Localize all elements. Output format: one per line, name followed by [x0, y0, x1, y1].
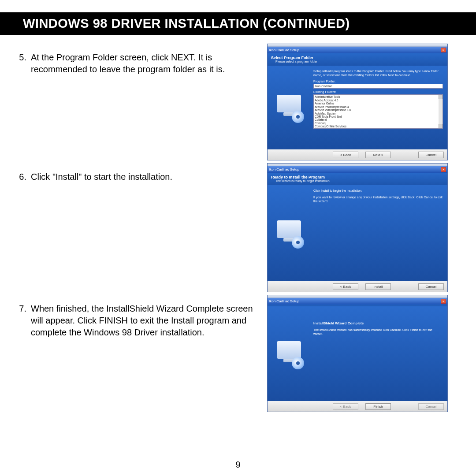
- list-item[interactable]: ArcSoft VideoImpression 1.6: [315, 108, 442, 112]
- program-folder-label: Program Folder:: [313, 80, 443, 83]
- back-button[interactable]: < Back: [333, 283, 358, 290]
- page-title: WINDOWS 98 DRIVER INSTALLATION (CONTINUE…: [0, 12, 476, 35]
- step-7-number: 7.: [16, 303, 31, 338]
- dialog-7-title: Ikon Cadillac Setup: [269, 299, 299, 303]
- step-7: 7. When finished, the InstallShield Wiza…: [16, 303, 258, 338]
- dialog-6-title: Ikon Cadillac Setup: [269, 167, 299, 171]
- step-6-number: 6.: [16, 171, 31, 183]
- close-icon[interactable]: ×: [441, 299, 446, 304]
- cancel-button[interactable]: Cancel: [418, 283, 444, 290]
- dialog-6-graphic: [268, 185, 312, 281]
- back-button: < Back: [333, 403, 358, 410]
- step-5-row: 5. At the Program Folder screen, click N…: [16, 44, 460, 160]
- dialog-6-line2: If you want to review or change any of y…: [313, 195, 443, 203]
- dialog-6-header-title: Ready to Install the Program: [271, 175, 444, 179]
- step-5-number: 5.: [16, 52, 31, 75]
- close-icon[interactable]: ×: [441, 167, 446, 172]
- dialog-5-subheader: Please select a program folder: [271, 60, 444, 63]
- list-item[interactable]: America Online: [315, 102, 442, 105]
- dialog-7-titlebar: Ikon Cadillac Setup ×: [268, 298, 447, 305]
- list-item[interactable]: CDR Tools Front End: [315, 115, 442, 118]
- step-6-text: Click "Install" to start the installatio…: [31, 171, 258, 183]
- install-button[interactable]: Install: [365, 283, 391, 290]
- dialog-6-titlebar: Ikon Cadillac Setup ×: [268, 166, 447, 173]
- page-number: 9: [0, 460, 476, 470]
- dialog-5-graphic: [268, 66, 312, 149]
- dialog-5-desc: Setup will add program icons to the Prog…: [313, 69, 443, 77]
- installer-dialog-6: Ikon Cadillac Setup × Ready to Install t…: [267, 163, 448, 292]
- dialog-5-titlebar: Ikon Cadillac Setup ×: [268, 47, 447, 53]
- list-item[interactable]: ArcSoft PhotoImpression 4: [315, 105, 442, 108]
- step-5: 5. At the Program Folder screen, click N…: [16, 52, 258, 75]
- dialog-6-subheader: The wizard is ready to begin installatio…: [271, 179, 444, 182]
- list-item[interactable]: CompuServe 2000: [315, 128, 442, 129]
- dialog-6-line1: Click Install to begin the installation.: [313, 189, 443, 193]
- step-7-text: When finished, the InstallShield Wizard …: [31, 303, 258, 338]
- list-item[interactable]: AutoMap System: [315, 112, 442, 115]
- scrollbar[interactable]: [439, 95, 443, 128]
- dialog-5-header-title: Select Program Folder: [271, 56, 444, 60]
- dialog-6-header: Ready to Install the Program The wizard …: [268, 173, 447, 185]
- installer-dialog-7: Ikon Cadillac Setup × InstallShield Wiza…: [267, 295, 448, 412]
- cancel-button: Cancel: [418, 403, 444, 410]
- cancel-button[interactable]: Cancel: [418, 152, 444, 158]
- installer-dialog-5: Ikon Cadillac Setup × Select Program Fol…: [267, 44, 448, 160]
- back-button[interactable]: < Back: [333, 152, 358, 158]
- dialog-5-header: Select Program Folder Please select a pr…: [268, 53, 447, 66]
- finish-button[interactable]: Finish: [365, 403, 391, 410]
- dialog-7-line: The InstallShield Wizard has successfull…: [313, 328, 443, 336]
- next-button[interactable]: Next >: [365, 152, 391, 158]
- list-item[interactable]: Adobe Acrobat 4.0: [315, 99, 442, 102]
- existing-folders-list[interactable]: Administrative Tools Adobe Acrobat 4.0 A…: [313, 94, 443, 129]
- dialog-7-graphic: [268, 306, 312, 401]
- content-area: 5. At the Program Folder screen, click N…: [0, 35, 476, 415]
- existing-folders-label: Existing Folders:: [313, 90, 443, 93]
- list-item[interactable]: Administrative Tools: [315, 95, 442, 98]
- dialog-7-bold: InstallShield Wizard Complete: [313, 321, 443, 325]
- list-item[interactable]: Collateral: [315, 118, 442, 121]
- step-6: 6. Click "Install" to start the installa…: [16, 171, 258, 183]
- step-6-row: 6. Click "Install" to start the installa…: [16, 163, 460, 292]
- step-5-text: At the Program Folder screen, click NEXT…: [31, 52, 258, 75]
- step-7-row: 7. When finished, the InstallShield Wiza…: [16, 295, 460, 412]
- dialog-5-title: Ikon Cadillac Setup: [269, 48, 299, 52]
- program-folder-input[interactable]: [313, 84, 443, 89]
- list-item[interactable]: Compaq: [315, 122, 442, 125]
- list-item[interactable]: Compaq Online Services: [315, 125, 442, 128]
- close-icon[interactable]: ×: [441, 48, 446, 52]
